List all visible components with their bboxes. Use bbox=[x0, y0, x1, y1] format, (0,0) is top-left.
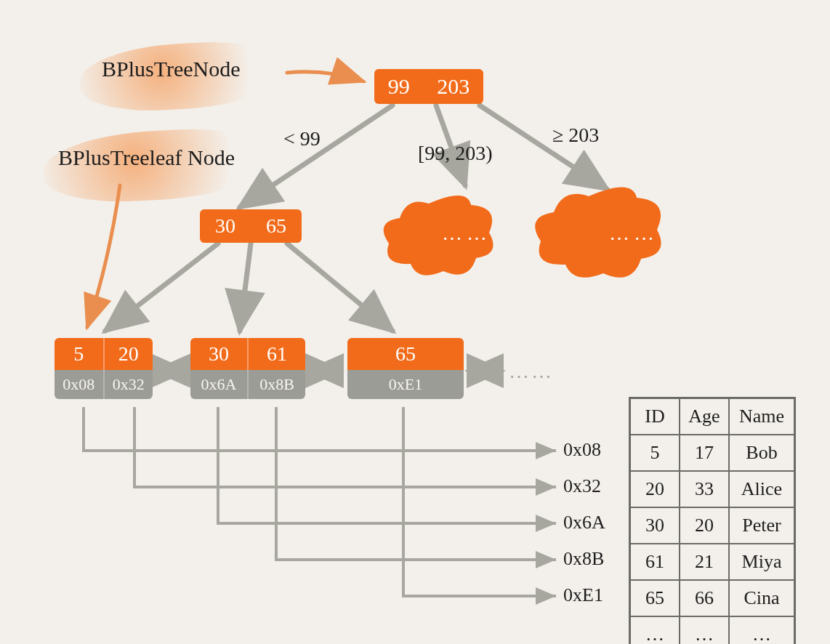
root-key-1: 203 bbox=[437, 74, 470, 99]
table-row: Bob bbox=[730, 435, 794, 472]
leaf3-addr-0: 0xE1 bbox=[347, 370, 464, 399]
table-row: Peter bbox=[730, 508, 794, 544]
leaf-node-3: 65 0xE1 bbox=[347, 338, 464, 399]
trailing-dots: …… bbox=[509, 360, 554, 383]
internal2-key-1: 65 bbox=[266, 214, 286, 238]
data-table: ID Age Name 5 17 Bob 20 33 Alice 30 20 P… bbox=[629, 397, 796, 644]
table-row: 5 bbox=[631, 435, 680, 472]
table-row: … bbox=[631, 617, 680, 644]
leaf3-key-0: 65 bbox=[347, 338, 464, 370]
table-row: Cina bbox=[730, 581, 794, 617]
table-row: 66 bbox=[680, 581, 730, 617]
leaf2-addr-0: 0x6A bbox=[190, 370, 249, 399]
row-addr-4: 0xE1 bbox=[563, 584, 603, 606]
row-addr-3: 0x8B bbox=[563, 548, 604, 570]
table-row: 17 bbox=[680, 435, 730, 472]
edge-label-right: ≥ 203 bbox=[552, 124, 599, 147]
table-row: 30 bbox=[631, 508, 680, 544]
leaf1-key-0: 5 bbox=[55, 338, 105, 370]
internal2-key-0: 30 bbox=[215, 214, 235, 238]
table-row: 61 bbox=[631, 544, 680, 581]
th-age: Age bbox=[680, 399, 730, 435]
table-row: 20 bbox=[631, 472, 680, 508]
row-addr-0: 0x08 bbox=[563, 439, 601, 461]
leaf2-addr-1: 0x8B bbox=[249, 370, 305, 399]
table-row: … bbox=[680, 617, 730, 644]
cloud-dots-2: …… bbox=[609, 222, 658, 245]
leaf2-key-1: 61 bbox=[249, 338, 305, 370]
leaf-node-1: 5 20 0x08 0x32 bbox=[55, 338, 153, 399]
edge-label-left: < 99 bbox=[283, 127, 321, 150]
root-node: 99 203 bbox=[374, 69, 483, 104]
row-addr-2: 0x6A bbox=[563, 512, 605, 534]
internal-node-2: 30 65 bbox=[200, 209, 302, 243]
table-row: Miya bbox=[730, 544, 794, 581]
leaf1-addr-0: 0x08 bbox=[55, 370, 105, 399]
svg-line-0 bbox=[240, 105, 392, 207]
leaf1-addr-1: 0x32 bbox=[105, 370, 153, 399]
table-row: 33 bbox=[680, 472, 730, 508]
cloud-dots-1: …… bbox=[442, 222, 491, 245]
svg-line-4 bbox=[240, 243, 251, 331]
th-name: Name bbox=[730, 399, 794, 435]
table-row: … bbox=[730, 617, 794, 644]
svg-line-3 bbox=[105, 243, 218, 331]
table-row: Alice bbox=[730, 472, 794, 508]
leaf-node-2: 30 61 0x6A 0x8B bbox=[190, 338, 305, 399]
th-id: ID bbox=[631, 399, 680, 435]
leaf1-key-1: 20 bbox=[105, 338, 153, 370]
leaf2-key-0: 30 bbox=[190, 338, 249, 370]
svg-line-5 bbox=[287, 243, 392, 331]
table-row: 20 bbox=[680, 508, 730, 544]
row-addr-1: 0x32 bbox=[563, 475, 601, 497]
table-row: 65 bbox=[631, 581, 680, 617]
edge-label-mid: [99, 203) bbox=[418, 142, 493, 165]
svg-line-2 bbox=[480, 105, 607, 189]
table-row: 21 bbox=[680, 544, 730, 581]
root-key-0: 99 bbox=[388, 74, 410, 99]
